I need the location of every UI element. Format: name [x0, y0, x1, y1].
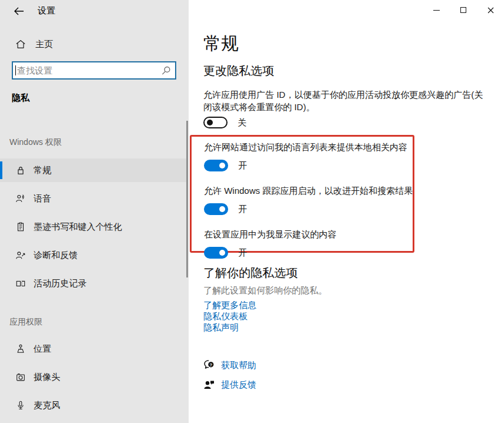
app-launch-tracking-toggle-row: 开	[204, 203, 413, 215]
home-icon	[15, 38, 27, 50]
main-content: 常规 更改隐私选项 允许应用使用广告 ID，以便基于你的应用活动投放你更感兴趣的…	[189, 0, 504, 423]
activity-history-icon	[15, 277, 27, 289]
maximize-button[interactable]	[450, 0, 477, 20]
toggle-state-label: 开	[238, 247, 247, 259]
nav-group-app-permissions: 位置 摄像头 麦克风	[0, 337, 186, 422]
voice-icon	[15, 193, 27, 204]
privacy-info-heading: 了解你的隐私选项	[203, 265, 298, 281]
sidebar-item-diagnostics-feedback[interactable]: 诊断和反馈	[0, 243, 186, 267]
setting-description: 允许 Windows 跟踪应用启动，以改进开始和搜索结果	[204, 186, 413, 197]
sidebar-item-label: 墨迹书写和键入个性化	[34, 222, 122, 233]
location-icon	[15, 343, 27, 355]
ad-id-setting-description: 允许应用使用广告 ID，以便基于你的应用活动投放你更感兴趣的广告(关闭该模式将会…	[203, 88, 483, 113]
feedback-icon	[202, 378, 216, 392]
minimize-icon	[433, 10, 440, 11]
learn-more-link[interactable]: 了解更多信息	[203, 299, 256, 310]
highlight-annotation-box: 允许网站通过访问我的语言列表来提供本地相关内容 开 允许 Windows 跟踪应…	[190, 135, 414, 253]
get-help-label: 获取帮助	[221, 360, 256, 371]
camera-icon	[15, 371, 27, 383]
sidebar-item-home[interactable]: 主页	[0, 34, 189, 54]
section-header-windows-permissions: Windows 权限	[9, 137, 62, 148]
search-input[interactable]	[16, 62, 157, 78]
setting-description: 允许网站通过访问我的语言列表来提供本地相关内容	[204, 142, 413, 153]
feedback-row[interactable]: 提供反馈	[202, 378, 256, 392]
toggle-state-label: 开	[238, 204, 247, 215]
app-title: 设置	[38, 5, 55, 16]
toggle-knob	[207, 120, 213, 125]
sidebar-item-camera[interactable]: 摄像头	[0, 365, 186, 389]
sidebar-scrollbar[interactable]	[186, 121, 188, 277]
sidebar-item-label: 语音	[34, 193, 51, 204]
privacy-info-subtitle: 了解此设置如何影响你的隐私。	[203, 285, 327, 296]
language-list-toggle-row: 开	[204, 160, 413, 171]
back-button[interactable]	[8, 3, 29, 19]
feedback-label: 提供反馈	[221, 379, 256, 391]
get-help-row[interactable]: ? 获取帮助	[202, 358, 256, 372]
diagnostics-icon	[15, 249, 27, 261]
close-icon	[487, 7, 494, 14]
microphone-icon	[15, 399, 27, 411]
section-header-app-permissions: 应用权限	[9, 317, 42, 328]
category-title: 隐私	[12, 92, 29, 104]
ad-id-toggle-row: 关	[203, 117, 246, 128]
settings-sidebar: 设置 主页 隐私 Windows 权限 常规 语音	[0, 0, 189, 423]
privacy-link-list: 了解更多信息 隐私仪表板 隐私声明	[203, 299, 256, 333]
inking-icon	[15, 221, 27, 233]
privacy-dashboard-link[interactable]: 隐私仪表板	[203, 310, 256, 322]
toggle-knob	[219, 163, 225, 168]
change-privacy-heading: 更改隐私选项	[203, 63, 274, 79]
app-launch-tracking-toggle[interactable]	[204, 203, 228, 215]
sidebar-item-label: 常规	[34, 165, 51, 176]
sidebar-item-activity-history[interactable]: 活动历史记录	[0, 272, 186, 295]
search-box	[12, 61, 176, 80]
setting-description: 在设置应用中为我显示建议的内容	[204, 229, 413, 240]
sidebar-item-label: 位置	[34, 343, 51, 355]
suggested-content-toggle[interactable]	[204, 247, 228, 259]
svg-text:?: ?	[210, 362, 213, 368]
page-title: 常规	[203, 32, 239, 56]
minimize-button[interactable]	[423, 0, 450, 20]
toggle-knob	[219, 206, 225, 212]
nav-group-windows-permissions: 常规 语音 墨迹书写和键入个性化 诊断和反馈 活动历史记录	[0, 158, 186, 300]
sidebar-item-inking-typing[interactable]: 墨迹书写和键入个性化	[0, 215, 186, 239]
sidebar-item-label: 摄像头	[34, 372, 60, 383]
privacy-statement-link[interactable]: 隐私声明	[203, 322, 256, 333]
sidebar-item-label: 活动历史记录	[34, 278, 87, 289]
sidebar-item-microphone[interactable]: 麦克风	[0, 394, 186, 417]
toggle-knob	[219, 250, 225, 256]
close-button[interactable]	[477, 0, 504, 20]
toggle-state-label: 开	[238, 160, 247, 171]
sidebar-item-speech[interactable]: 语音	[0, 187, 186, 210]
ad-id-toggle[interactable]	[203, 117, 228, 128]
search-icon[interactable]	[157, 66, 175, 75]
suggested-content-toggle-row: 开	[204, 247, 413, 259]
sidebar-item-label: 诊断和反馈	[34, 250, 78, 261]
sidebar-item-location[interactable]: 位置	[0, 337, 186, 361]
sidebar-item-general[interactable]: 常规	[0, 158, 186, 182]
get-help-icon: ?	[202, 358, 216, 372]
lock-icon	[15, 164, 27, 176]
window-controls	[423, 0, 504, 20]
maximize-icon	[460, 7, 466, 13]
sidebar-item-label: 麦克风	[34, 400, 60, 411]
back-arrow-icon	[14, 6, 24, 16]
sidebar-item-label: 主页	[35, 39, 53, 50]
language-list-toggle[interactable]	[204, 160, 228, 171]
toggle-state-label: 关	[238, 117, 246, 128]
